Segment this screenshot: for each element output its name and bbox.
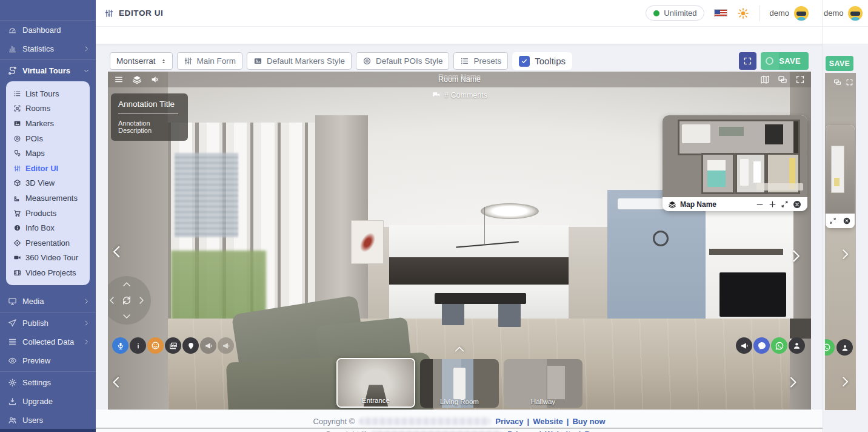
theme-sun-icon[interactable] [737, 7, 749, 19]
fullscreen-button[interactable] [739, 52, 756, 70]
save-button[interactable]: SAVE [761, 52, 809, 70]
agent-contact-button[interactable] [789, 337, 805, 354]
floor-plan-image[interactable] [663, 115, 807, 197]
submenu-item-editor-ui[interactable]: Editor UI [6, 161, 90, 176]
thumbnails-scroll-right-chevron[interactable] [838, 375, 852, 388]
user-menu[interactable]: demo [769, 6, 809, 21]
close-map-button[interactable] [792, 200, 802, 209]
whatsapp-button[interactable] [825, 339, 835, 356]
sidebar-item-media[interactable]: Media [0, 292, 96, 311]
submenu-item-info-box[interactable]: Info Box [6, 220, 90, 235]
duplicate-save-button[interactable]: SAVE [826, 56, 853, 71]
zoom-in-button[interactable] [768, 200, 777, 209]
sidebar-item-virtual-tours[interactable]: Virtual Tours [0, 61, 96, 80]
gallery-button[interactable] [165, 337, 181, 354]
duplicate-content: SAVE [823, 44, 868, 432]
agent-contact-button[interactable] [836, 339, 853, 356]
sidebar-item-users[interactable]: Users [0, 411, 96, 430]
next-room-chevron[interactable] [838, 248, 852, 261]
submenu-item-pois[interactable]: POIs [6, 131, 90, 146]
megaphone-share-button[interactable] [736, 337, 752, 354]
sidebar-item-settings[interactable]: Settings [0, 373, 96, 392]
previous-room-chevron[interactable] [109, 244, 125, 260]
location-button[interactable] [182, 337, 199, 354]
rooms-panels-icon[interactable] [778, 75, 787, 84]
open-thumbnails-chevron[interactable] [453, 343, 466, 356]
refresh-icon[interactable] [121, 295, 132, 306]
users-icon [8, 416, 17, 425]
whatsapp-icon [825, 343, 831, 352]
duplicate-user-menu[interactable]: demo [823, 0, 868, 27]
close-circle-icon[interactable] [843, 217, 851, 225]
thumbnail-living-room[interactable]: Living Room [420, 359, 499, 408]
thumbnail-entrance[interactable]: Entrance [336, 358, 415, 408]
expand-arrows-icon[interactable] [829, 217, 836, 224]
zoom-out-button[interactable] [755, 200, 764, 209]
microphone-button[interactable] [112, 337, 129, 354]
rooms-panels-icon[interactable] [833, 78, 841, 86]
map-icon[interactable] [760, 75, 770, 84]
sidebar-item-statistics[interactable]: Statistics [0, 39, 96, 58]
submenu-item-maps[interactable]: Maps [6, 146, 90, 161]
fullscreen-icon[interactable] [795, 75, 805, 84]
tooltips-toggle[interactable]: Tooltips [512, 52, 572, 70]
sidebar-item-dashboard[interactable]: Dashboard [0, 21, 96, 39]
main-form-button[interactable]: Main Form [177, 52, 243, 70]
submenu-item-360-video-tour[interactable]: 360 Video Tour [6, 251, 90, 266]
scene-kitchen-backsplash [389, 257, 569, 285]
sidebar-item-label: Virtual Tours [22, 66, 70, 75]
avatar [794, 6, 809, 21]
buy-now-link[interactable]: Buy now [572, 417, 605, 426]
pad-down-chevron[interactable] [122, 311, 132, 321]
default-markers-style-button[interactable]: Default Markers Style [247, 52, 352, 70]
whatsapp-button[interactable] [771, 337, 787, 354]
submenu-item-rooms[interactable]: Rooms [6, 101, 90, 116]
expand-map-button[interactable] [781, 200, 789, 208]
save-label: SAVE [829, 59, 850, 68]
fullscreen-icon[interactable] [846, 78, 853, 86]
website-link[interactable]: Website [533, 417, 563, 426]
page-title-text: EDITOR UI [119, 8, 163, 18]
messenger-button[interactable] [753, 337, 770, 354]
thumbnail-hallway[interactable]: Hallway [504, 359, 583, 408]
room-thumbnails: Entrance Living Room Hallway [336, 358, 583, 408]
comments-button[interactable]: # Comments [432, 90, 487, 100]
submenu-item-3d-view[interactable]: 3D View [6, 176, 90, 191]
menu-icon[interactable] [114, 75, 124, 84]
announce-button-2[interactable] [218, 337, 234, 354]
sidebar-item-publish[interactable]: Publish [0, 314, 96, 332]
submenu-item-list-tours[interactable]: List Tours [6, 86, 90, 101]
pad-up-chevron[interactable] [122, 280, 132, 289]
sidebar-item-upgrade[interactable]: Upgrade [0, 392, 96, 411]
info-button[interactable] [130, 337, 146, 354]
default-pois-style-button[interactable]: Default POIs Style [356, 52, 449, 70]
checkbox-checked-icon[interactable] [519, 56, 530, 67]
info-circle-icon [13, 224, 21, 232]
link-separator: | [567, 417, 569, 426]
sidebar-item-preview[interactable]: Preview [0, 351, 96, 370]
submenu-item-measurements[interactable]: Measurements [6, 191, 90, 206]
thumbnails-scroll-right-chevron[interactable] [786, 375, 800, 390]
gallery-icon [169, 342, 178, 350]
next-room-chevron[interactable] [788, 248, 804, 264]
pad-right-chevron[interactable] [136, 295, 146, 305]
film-icon [13, 269, 21, 277]
announce-button[interactable] [200, 337, 216, 354]
font-select[interactable]: Montserrat [110, 52, 173, 70]
target-icon [13, 135, 21, 143]
pad-left-chevron[interactable] [108, 295, 117, 305]
privacy-link[interactable]: Privacy [495, 417, 523, 426]
sidebar-item-collected-data[interactable]: Collected Data [0, 332, 96, 351]
submenu-item-markers[interactable]: Markers [6, 116, 90, 131]
layers-icon[interactable] [132, 75, 142, 84]
speaker-icon[interactable] [150, 75, 160, 84]
submenu-item-presentation[interactable]: Presentation [6, 235, 90, 251]
reactions-button[interactable] [147, 337, 164, 354]
presets-button[interactable]: Presets [453, 52, 508, 70]
thumbnails-scroll-left-chevron[interactable] [109, 375, 124, 390]
language-flag-icon[interactable] [714, 9, 727, 17]
submenu-item-video-projects[interactable]: Video Projects [6, 265, 90, 280]
panorama-viewer[interactable]: Room Name # Comments Annotation Title An… [108, 72, 811, 410]
submenu-item-products[interactable]: Products [6, 206, 90, 221]
layers-icon[interactable] [668, 200, 676, 209]
